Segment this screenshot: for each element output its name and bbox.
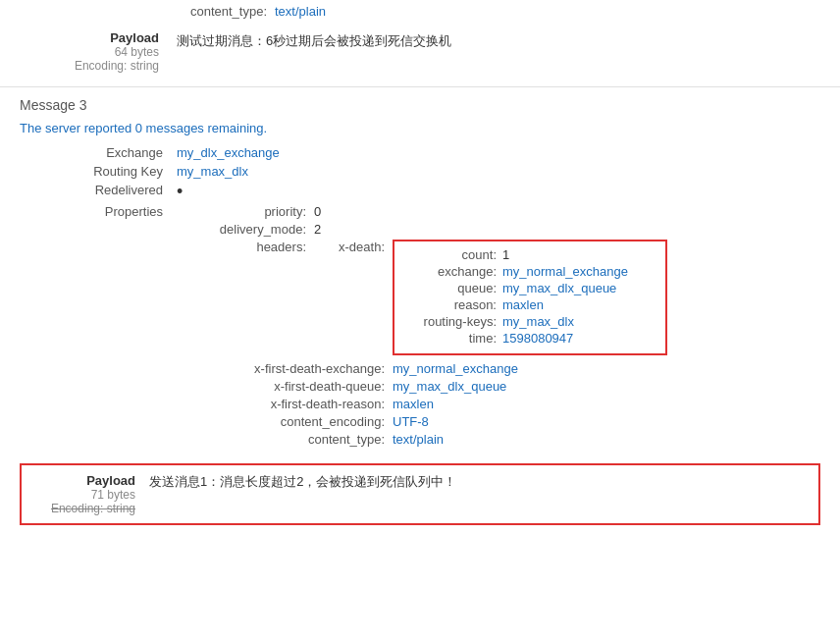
content-type-val: text/plain bbox=[393, 432, 444, 447]
bottom-payload-section: Payload 71 bytes Encoding: string 发送消息1：… bbox=[20, 463, 820, 525]
redelivered-row: Redelivered • bbox=[20, 183, 820, 200]
first-death-reason-val: maxlen bbox=[393, 397, 434, 411]
xdeath-routing-keys-row: routing-keys: my_max_dlx bbox=[404, 314, 656, 329]
xdeath-exchange-row: exchange: my_normal_exchange bbox=[404, 264, 656, 279]
xdeath-content: count: 1 exchange: my_normal_exchange qu… bbox=[393, 240, 667, 355]
message3-section: Message 3 The server reported 0 messages… bbox=[0, 87, 840, 463]
content-encoding-row: content_encoding: UTF-8 bbox=[177, 414, 820, 429]
properties-label: Properties bbox=[20, 204, 177, 219]
xdeath-queue-val: my_max_dlx_queue bbox=[502, 281, 616, 295]
bottom-payload-main-label: Payload bbox=[31, 473, 135, 488]
xdeath-time-row: time: 1598080947 bbox=[404, 331, 656, 346]
xdeath-reason-row: reason: maxlen bbox=[404, 297, 656, 312]
exchange-row: Exchange my_dlx_exchange bbox=[20, 145, 820, 160]
bottom-payload-content: 发送消息1：消息长度超过2，会被投递到死信队列中！ bbox=[149, 473, 809, 491]
first-death-exchange-val: my_normal_exchange bbox=[393, 361, 518, 376]
xdeath-count-val: 1 bbox=[502, 247, 509, 262]
bottom-payload-encoding: Encoding: string bbox=[31, 502, 135, 515]
content-encoding-val: UTF-8 bbox=[393, 414, 429, 429]
top-payload-label: Payload 64 bytes Encoding: string bbox=[20, 30, 177, 73]
headers-key: headers: bbox=[177, 240, 314, 355]
exchange-label: Exchange bbox=[20, 145, 177, 160]
bottom-payload-bytes: 71 bytes bbox=[31, 488, 135, 502]
message3-title: Message 3 bbox=[20, 97, 820, 113]
content-type-key: content_type: bbox=[177, 432, 393, 447]
xdeath-count-key: count: bbox=[404, 247, 502, 262]
priority-key: priority: bbox=[177, 204, 314, 219]
first-death-queue-row: x-first-death-queue: my_max_dlx_queue bbox=[177, 379, 820, 394]
bottom-payload-wrapper: Payload 71 bytes Encoding: string 发送消息1：… bbox=[0, 463, 840, 525]
xdeath-exchange-val: my_normal_exchange bbox=[502, 264, 628, 279]
content-type-row: content_type: text/plain bbox=[177, 432, 820, 447]
redelivered-label: Redelivered bbox=[20, 183, 177, 197]
xdeath-count-row: count: 1 bbox=[404, 247, 656, 262]
top-payload-section: Payload 64 bytes Encoding: string 测试过期消息… bbox=[0, 21, 840, 87]
properties-row: Properties priority: 0 delivery_mode: 2 … bbox=[20, 204, 820, 450]
first-death-queue-key: x-first-death-queue: bbox=[177, 379, 393, 394]
xdeath-time-key: time: bbox=[404, 331, 502, 346]
routing-key-value: my_max_dlx bbox=[177, 164, 820, 179]
routing-key-label: Routing Key bbox=[20, 164, 177, 179]
delivery-mode-value: 2 bbox=[314, 222, 321, 237]
top-payload-content: 测试过期消息：6秒过期后会被投递到死信交换机 bbox=[177, 30, 820, 73]
first-death-exchange-row: x-first-death-exchange: my_normal_exchan… bbox=[177, 361, 820, 376]
top-content-type-val: text/plain bbox=[275, 4, 326, 19]
xdeath-label: x-death: bbox=[314, 240, 393, 254]
page: content_type:text/plain Payload 64 bytes… bbox=[0, 0, 840, 642]
redelivered-value: • bbox=[177, 183, 820, 200]
xdeath-routing-keys-key: routing-keys: bbox=[404, 314, 502, 329]
delivery-mode-key: delivery_mode: bbox=[177, 222, 314, 237]
bottom-payload-label-block: Payload 71 bytes Encoding: string bbox=[31, 473, 149, 515]
properties-content: priority: 0 delivery_mode: 2 headers: x-… bbox=[177, 204, 820, 450]
top-content-type-key: content_type: bbox=[177, 4, 275, 19]
server-report: The server reported 0 messages remaining… bbox=[20, 121, 820, 135]
headers-row: headers: x-death: count: 1 exchange: bbox=[177, 240, 820, 355]
top-payload-encoding: Encoding: string bbox=[20, 59, 159, 73]
xdeath-queue-key: queue: bbox=[404, 281, 502, 295]
xdeath-time-val: 1598080947 bbox=[502, 331, 573, 346]
first-death-exchange-key: x-first-death-exchange: bbox=[177, 361, 393, 376]
xdeath-block: x-death: count: 1 exchange: my_normal_ex… bbox=[314, 240, 667, 355]
top-payload-bytes: 64 bytes bbox=[20, 45, 159, 59]
exchange-value: my_dlx_exchange bbox=[177, 145, 820, 160]
first-death-reason-key: x-first-death-reason: bbox=[177, 397, 393, 411]
xdeath-reason-val: maxlen bbox=[502, 297, 544, 312]
content-encoding-key: content_encoding: bbox=[177, 414, 393, 429]
xdeath-reason-key: reason: bbox=[404, 297, 502, 312]
xdeath-routing-keys-val: my_max_dlx bbox=[502, 314, 574, 329]
delivery-mode-row: delivery_mode: 2 bbox=[177, 222, 820, 237]
routing-key-row: Routing Key my_max_dlx bbox=[20, 164, 820, 179]
xdeath-queue-row: queue: my_max_dlx_queue bbox=[404, 281, 656, 295]
top-payload-main-label: Payload bbox=[20, 30, 159, 45]
first-death-queue-val: my_max_dlx_queue bbox=[393, 379, 506, 394]
first-death-reason-row: x-first-death-reason: maxlen bbox=[177, 397, 820, 411]
priority-value: 0 bbox=[314, 204, 321, 219]
xdeath-exchange-key: exchange: bbox=[404, 264, 502, 279]
priority-row: priority: 0 bbox=[177, 204, 820, 219]
